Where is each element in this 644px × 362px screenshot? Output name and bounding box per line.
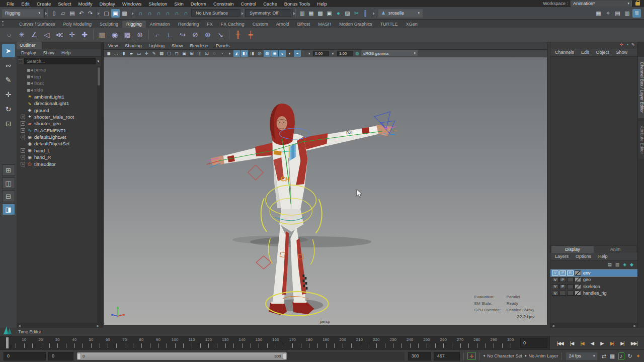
- group-separator[interactable]: [372, 9, 375, 18]
- outliner-menu-help[interactable]: Help: [58, 50, 74, 55]
- layer-flag-empty[interactable]: [567, 284, 574, 289]
- gamma-field[interactable]: [337, 51, 353, 56]
- timeline-ruler[interactable]: 0102030405060708090100110120130140150160…: [1, 337, 518, 349]
- safe-action-icon[interactable]: ◫: [196, 50, 203, 57]
- ipr-render-icon[interactable]: ▦: [307, 9, 315, 18]
- mirror-joint-icon[interactable]: ◁: [41, 29, 53, 41]
- group-separator[interactable]: [131, 9, 134, 18]
- shelf-tab-animation[interactable]: Animation: [146, 21, 174, 28]
- animation-prefs-icon[interactable]: ✦: [636, 353, 640, 359]
- step-back-frame-button[interactable]: |◀: [570, 340, 574, 346]
- layer-flag-empty[interactable]: [567, 291, 574, 296]
- character-model[interactable]: [211, 104, 392, 315]
- scroll-right-icon[interactable]: ▶: [97, 324, 99, 327]
- layer-flag-V[interactable]: V: [552, 291, 558, 296]
- ik-spline-handle-icon[interactable]: ∟: [164, 29, 176, 41]
- use-default-material-icon[interactable]: ◨: [249, 50, 256, 57]
- step-back-key-button[interactable]: |◀: [580, 340, 584, 346]
- step-forward-key-button[interactable]: ▶|: [610, 340, 614, 346]
- fps-dropdown[interactable]: 24 fps ▾: [566, 352, 598, 360]
- hik-character-controls-icon[interactable]: ✚: [78, 29, 91, 41]
- image-plane-icon[interactable]: ▭: [135, 50, 142, 57]
- shelf-tab-sculpting[interactable]: Sculpting: [96, 21, 122, 28]
- shelf-tab-turtle[interactable]: TURTLE: [376, 21, 402, 28]
- layer-flag-empty[interactable]: [567, 277, 574, 282]
- lattice-icon[interactable]: ▩: [121, 29, 133, 41]
- four-pane-layout[interactable]: ⊞: [2, 164, 15, 176]
- step-forward-frame-button[interactable]: ▶|: [620, 340, 624, 346]
- viewport-menu-shading[interactable]: Shading: [121, 43, 145, 48]
- outliner-item-top[interactable]: ◼◂top: [17, 73, 97, 79]
- frame-all-icon[interactable]: ◌: [211, 50, 218, 57]
- plugin-shading-icon[interactable]: ◓: [294, 50, 301, 57]
- layer-editor-hscrollbar[interactable]: ◀ ▶: [550, 323, 637, 328]
- layer-color-swatch[interactable]: [575, 291, 581, 296]
- channel-speed-icon[interactable]: ◔: [626, 42, 628, 49]
- move-layer-up-icon[interactable]: ▤: [607, 262, 612, 267]
- textured-icon[interactable]: ◧: [241, 50, 248, 57]
- menu-set-dropdown[interactable]: Rigging ▾: [2, 9, 43, 18]
- insert-joint-icon[interactable]: ∠: [28, 29, 40, 41]
- layer-color-swatch[interactable]: [575, 270, 581, 276]
- outliner-item-front[interactable]: ◼◂front: [17, 80, 97, 86]
- create-joint-icon[interactable]: ✳: [16, 29, 28, 41]
- viewport-canvas[interactable]: 001 CH Evaluation:ParallelEM State:Ready…: [104, 57, 547, 325]
- vertical-tab-channel-box-layer-editor[interactable]: Channel Box / Layer Editor: [638, 57, 644, 118]
- aim-constraint-icon[interactable]: ⊕: [202, 29, 214, 41]
- cached-playback-icon[interactable]: ↻: [628, 353, 632, 359]
- channel-box-list[interactable]: [550, 56, 637, 245]
- menu-select[interactable]: Select: [54, 1, 74, 7]
- safe-title-icon[interactable]: ⊡: [203, 50, 210, 57]
- lock-camera-icon[interactable]: ◡: [113, 50, 120, 57]
- symmetry-field[interactable]: Symmetry: Off: [245, 9, 291, 17]
- move-tool[interactable]: ✛: [2, 88, 15, 101]
- menu-windows[interactable]: Windows: [119, 1, 145, 7]
- shelf-tab-mash[interactable]: MASH: [314, 21, 335, 28]
- outliner-item-defaultlightset[interactable]: +◉defaultLightSet: [17, 134, 97, 140]
- snap-to-point-icon[interactable]: ∩: [154, 9, 163, 18]
- layer-tab-anim[interactable]: Anim: [594, 246, 636, 253]
- menu-cache[interactable]: Cache: [260, 1, 280, 7]
- anim-layer-dropdown[interactable]: ▾ No Anim Layer: [525, 353, 558, 358]
- workspace-dropdown[interactable]: Animation* ▾: [571, 1, 632, 7]
- render-setup-icon[interactable]: ▨: [343, 9, 352, 18]
- orient-joint-icon[interactable]: ≪: [53, 29, 65, 41]
- shelf-tab-custom[interactable]: Custom: [249, 21, 272, 28]
- create-deformer-icon[interactable]: ▦: [96, 29, 108, 41]
- menu-skeleton[interactable]: Skeleton: [145, 1, 171, 7]
- motion-blur-icon[interactable]: ◉: [271, 50, 278, 57]
- undo-icon[interactable]: ↶: [77, 9, 86, 18]
- two-pane-side-layout[interactable]: ◫: [2, 177, 15, 189]
- shelf-tab-xgen[interactable]: XGen: [402, 21, 422, 28]
- layer-flag-R[interactable]: R: [567, 270, 574, 276]
- channel-box-menu-edit[interactable]: Edit: [578, 50, 593, 55]
- expand-icon[interactable]: +: [21, 162, 25, 166]
- move-layer-down-icon[interactable]: ▥: [615, 262, 620, 267]
- menu-help[interactable]: Help: [313, 1, 331, 7]
- layer-color-swatch[interactable]: [575, 284, 581, 289]
- layer-flag-empty[interactable]: [559, 291, 566, 296]
- vertical-tab-attribute-editor[interactable]: Attribute Editor: [638, 121, 644, 159]
- layer-row-geo[interactable]: VPgeo: [550, 277, 637, 284]
- expand-icon[interactable]: +: [21, 155, 25, 159]
- layer-editor-menu-help[interactable]: Help: [595, 254, 611, 259]
- xray-icon[interactable]: ◎: [256, 50, 263, 57]
- shelf-tab-curves-surfaces[interactable]: Curves / Surfaces: [15, 21, 59, 28]
- lighting-all-icon[interactable]: ◔: [218, 50, 225, 57]
- current-time-field[interactable]: [520, 338, 547, 348]
- grid-toggle-icon[interactable]: ▦: [158, 50, 165, 57]
- menu-bonus-tools[interactable]: Bonus Tools: [281, 1, 314, 7]
- render-frame-icon[interactable]: ▥: [298, 9, 306, 18]
- play-forwards-button[interactable]: ▶: [600, 340, 603, 346]
- grease-pencil-icon[interactable]: ✎: [150, 50, 157, 57]
- layer-color-swatch[interactable]: [575, 277, 581, 282]
- viewport-menu-panels[interactable]: Panels: [212, 43, 233, 48]
- select-tool[interactable]: ➤: [2, 44, 15, 57]
- cluster-icon[interactable]: ⊕: [134, 29, 146, 41]
- search-input[interactable]: [24, 58, 96, 64]
- menu-constrain[interactable]: Constrain: [210, 1, 237, 7]
- select-component-icon[interactable]: ▩: [120, 9, 129, 18]
- open-scene-icon[interactable]: ▱: [59, 9, 67, 18]
- pause-evaluation-icon[interactable]: ║: [361, 9, 370, 18]
- layer-flag-V[interactable]: V: [552, 284, 558, 289]
